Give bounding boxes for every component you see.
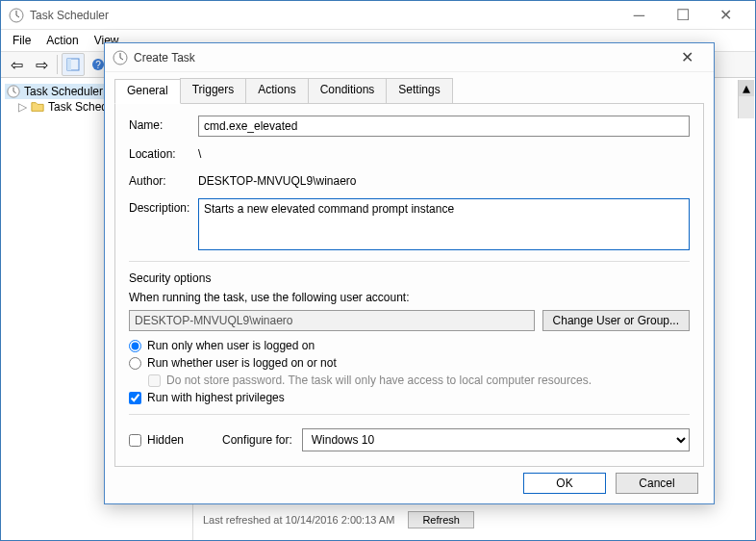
clock-icon: [7, 85, 20, 98]
author-label: Author:: [129, 171, 198, 188]
svg-text:?: ?: [95, 60, 101, 70]
main-title: Task Scheduler: [30, 9, 617, 22]
do-not-store-checkbox: [148, 374, 161, 387]
dialog-titlebar: Create Task ✕: [105, 43, 714, 72]
run-whether-radio[interactable]: [129, 357, 141, 370]
when-running-label: When running the task, use the following…: [129, 291, 690, 304]
svg-rect-2: [67, 59, 71, 70]
author-value: DESKTOP-MNVUQL9\winaero: [198, 171, 690, 191]
security-options-label: Security options: [129, 271, 690, 285]
run-highest-row[interactable]: Run with highest privileges: [129, 391, 690, 404]
nav-back-button[interactable]: ⇦: [5, 53, 28, 76]
location-value: \: [198, 144, 690, 164]
show-tree-button[interactable]: [62, 53, 85, 76]
clock-icon: [9, 8, 24, 23]
name-input[interactable]: [198, 116, 690, 137]
toolbar-separator: [57, 55, 58, 74]
run-highest-checkbox[interactable]: [129, 392, 141, 404]
location-label: Location:: [129, 144, 198, 161]
status-text: Last refreshed at 10/14/2016 2:00:13 AM: [203, 514, 394, 526]
tab-settings[interactable]: Settings: [386, 78, 452, 103]
configure-for-label: Configure for:: [222, 433, 292, 447]
scroll-up-icon[interactable]: ▴: [739, 80, 754, 96]
run-highest-label: Run with highest privileges: [147, 391, 285, 404]
cancel-button[interactable]: Cancel: [616, 473, 698, 494]
description-input[interactable]: [198, 198, 690, 250]
create-task-dialog: Create Task ✕ General Triggers Actions C…: [104, 42, 715, 504]
folder-icon: [31, 100, 44, 114]
description-label: Description:: [129, 198, 198, 215]
tab-actions[interactable]: Actions: [245, 78, 308, 103]
tree-root-label: Task Scheduler: [24, 85, 103, 98]
dialog-title: Create Task: [134, 51, 668, 64]
expand-icon[interactable]: ▷: [18, 100, 27, 114]
run-only-radio-row[interactable]: Run only when user is logged on: [129, 339, 690, 352]
tab-general[interactable]: General: [114, 79, 181, 104]
status-line: Last refreshed at 10/14/2016 2:00:13 AM …: [203, 511, 474, 528]
tab-panel-general: Name: Location: \ Author: DESKTOP-MNVUQL…: [114, 103, 704, 467]
refresh-button[interactable]: Refresh: [408, 511, 474, 528]
configure-for-select[interactable]: Windows 10: [302, 428, 690, 451]
clock-icon: [113, 50, 128, 65]
main-titlebar: Task Scheduler ─ ☐ ✕: [1, 1, 755, 30]
run-whether-label: Run whether user is logged on or not: [147, 356, 337, 370]
close-button[interactable]: ✕: [704, 2, 747, 29]
do-not-store-label: Do not store password. The task will onl…: [166, 374, 592, 387]
name-label: Name:: [129, 116, 198, 132]
menu-file[interactable]: File: [5, 32, 38, 49]
minimize-button[interactable]: ─: [617, 2, 661, 29]
tabstrip: General Triggers Actions Conditions Sett…: [114, 78, 704, 103]
account-display: DESKTOP-MNVUQL9\winaero: [129, 310, 535, 331]
change-user-button[interactable]: Change User or Group...: [542, 310, 690, 331]
tab-conditions[interactable]: Conditions: [308, 78, 388, 103]
run-only-radio[interactable]: [129, 340, 141, 352]
ok-button[interactable]: OK: [523, 473, 606, 494]
scrollbar[interactable]: ▴: [738, 80, 754, 118]
hidden-row[interactable]: Hidden: [129, 433, 184, 447]
dialog-close-button[interactable]: ✕: [668, 45, 706, 70]
run-whether-radio-row[interactable]: Run whether user is logged on or not: [129, 356, 690, 370]
dialog-buttons: OK Cancel: [523, 473, 698, 494]
menu-action[interactable]: Action: [38, 32, 86, 49]
tab-triggers[interactable]: Triggers: [180, 78, 247, 103]
hidden-checkbox[interactable]: [129, 434, 141, 447]
run-only-label: Run only when user is logged on: [147, 339, 315, 352]
hidden-label: Hidden: [147, 433, 184, 447]
maximize-button[interactable]: ☐: [661, 2, 704, 29]
do-not-store-row: Do not store password. The task will onl…: [148, 374, 690, 387]
nav-forward-button[interactable]: ⇨: [30, 53, 53, 76]
